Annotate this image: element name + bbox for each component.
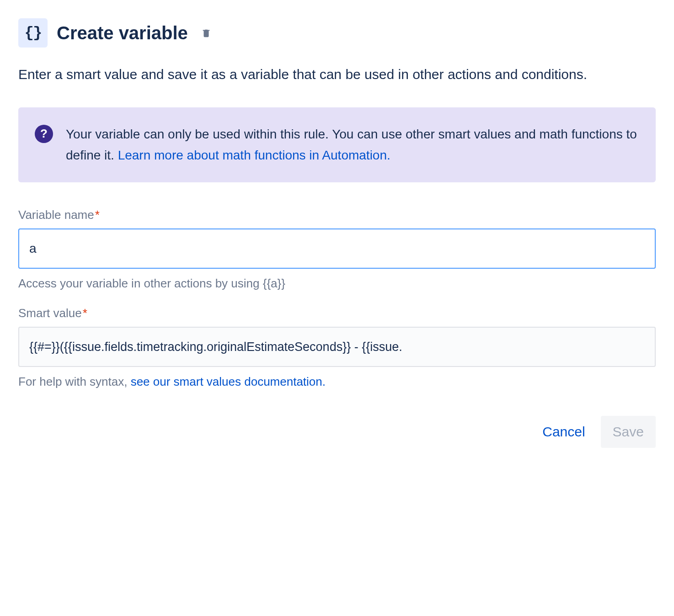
info-text: Your variable can only be used within th… <box>66 124 639 166</box>
description-text: Enter a smart value and save it as a var… <box>18 64 656 85</box>
smart-value-helper: For help with syntax, see our smart valu… <box>18 373 656 390</box>
cancel-button[interactable]: Cancel <box>530 416 597 448</box>
save-button[interactable]: Save <box>601 416 656 448</box>
help-icon: ? <box>35 125 53 143</box>
smart-value-label: Smart value* <box>18 306 87 320</box>
required-mark: * <box>95 208 100 222</box>
panel-header: {} Create variable <box>18 18 656 48</box>
variable-icon: {} <box>18 18 48 48</box>
learn-more-link[interactable]: Learn more about math functions in Autom… <box>118 148 390 162</box>
variable-name-input[interactable] <box>18 228 656 269</box>
button-row: Cancel Save <box>18 416 656 448</box>
variable-name-label: Variable name* <box>18 208 100 222</box>
variable-name-helper: Access your variable in other actions by… <box>18 275 656 292</box>
variable-icon-text: {} <box>25 24 42 42</box>
smart-value-input[interactable] <box>18 327 656 367</box>
info-panel: ? Your variable can only be used within … <box>18 107 656 182</box>
variable-name-field-group: Variable name* Access your variable in o… <box>18 208 656 292</box>
delete-icon[interactable] <box>201 27 212 38</box>
smart-value-field-group: Smart value* For help with syntax, see o… <box>18 306 656 390</box>
smart-values-doc-link[interactable]: see our smart values documentation. <box>131 375 326 388</box>
required-mark: * <box>83 306 87 320</box>
page-title: Create variable <box>57 23 188 43</box>
